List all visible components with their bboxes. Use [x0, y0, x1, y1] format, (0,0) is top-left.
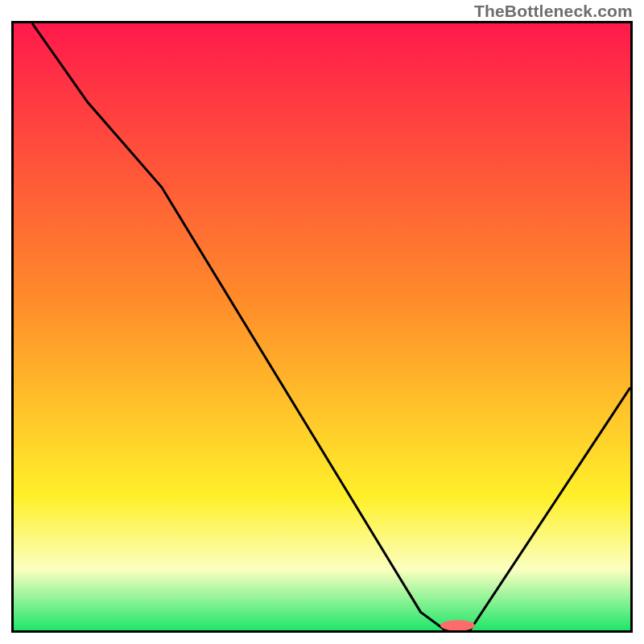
- bottleneck-curve-chart: [14, 23, 630, 630]
- plot-frame: [11, 21, 633, 633]
- attribution-text: TheBottleneck.com: [474, 2, 633, 21]
- gradient-background: [14, 23, 630, 630]
